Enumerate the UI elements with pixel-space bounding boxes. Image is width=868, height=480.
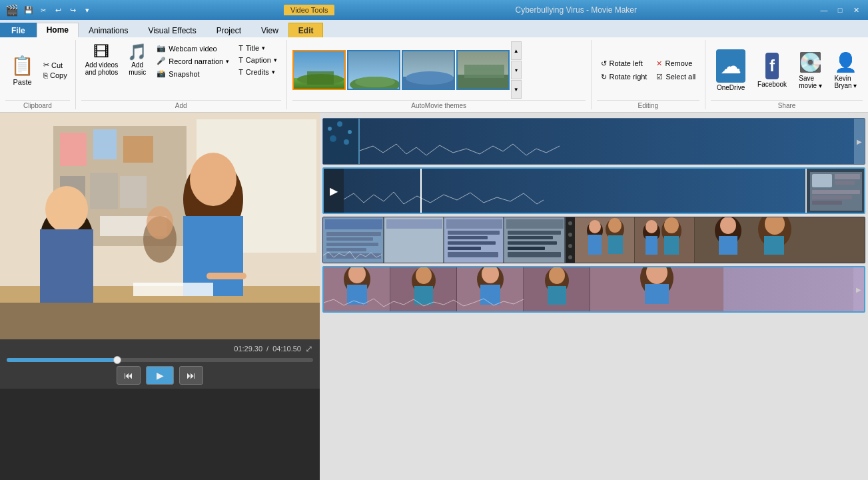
timeline-panel: ▶ ▶ [320, 113, 868, 480]
add-group: 🎞 Add videosand photos 🎵 Addmusic 📷 Webc… [76, 40, 287, 109]
select-all-icon: ☑ [656, 73, 663, 81]
track-2[interactable]: ▶ [322, 167, 865, 214]
rotate-right-button[interactable]: ↻ Rotate right [597, 71, 651, 83]
track-3-frame-1 [323, 217, 384, 263]
save-quick-btn[interactable]: 💾 [23, 4, 35, 16]
ribbon-content: 📋 Paste ✂ Cut ⎘ Copy Clipboard [0, 37, 868, 112]
credits-button[interactable]: T Credits ▾ [234, 67, 281, 77]
svg-rect-77 [508, 252, 561, 257]
select-all-button[interactable]: ☑ Select all [652, 71, 699, 83]
record-dropdown-icon: ▾ [226, 58, 229, 65]
track-4[interactable]: ▶ [322, 266, 865, 313]
track-3[interactable] [322, 217, 865, 263]
expand-icon[interactable]: ⤢ [305, 343, 313, 354]
app-icon: 🎬 [5, 4, 19, 17]
svg-rect-12 [464, 65, 504, 78]
step-back-button[interactable]: ⏮ [117, 366, 141, 385]
track-1-scroll-right[interactable]: ▶ [854, 119, 865, 164]
automovie-group: ▲ ▾ ▼ AutoMovie themes [287, 40, 592, 109]
tab-edit[interactable]: Edit [288, 23, 324, 37]
track-3-frame-1-wave [323, 249, 384, 261]
time-display: 01:29.30 / 04:10.50 ⤢ [7, 343, 313, 354]
title-icon: T [238, 44, 243, 52]
credits-dropdown-icon: ▾ [272, 69, 275, 75]
tab-view[interactable]: View [251, 23, 288, 37]
theme-scroll-up[interactable]: ▲ [511, 41, 522, 60]
user-button[interactable]: 👤 KevinBryan ▾ [829, 49, 863, 92]
svg-rect-59 [388, 231, 440, 235]
paste-button[interactable]: 📋 Paste [5, 52, 39, 89]
close-btn[interactable]: ✕ [849, 3, 863, 17]
svg-rect-114 [548, 286, 566, 305]
preview-video [0, 113, 320, 339]
track-4-scroll-right[interactable]: ▶ [853, 267, 864, 311]
theme-item-4[interactable] [456, 50, 510, 90]
copy-button[interactable]: ⎘ Copy [41, 71, 70, 80]
theme-4-svg [458, 51, 510, 90]
add-music-icon: 🎵 [127, 44, 147, 60]
theme-item-1[interactable] [292, 50, 346, 90]
minimize-btn[interactable]: — [817, 3, 831, 17]
webcam-button[interactable]: 📷 Webcam video [153, 43, 233, 54]
title-dropdown-icon: ▾ [262, 45, 265, 51]
cut-button[interactable]: ✂ Cut [41, 60, 70, 70]
tab-file[interactable]: File [0, 23, 37, 37]
tab-animations[interactable]: Animations [79, 23, 138, 37]
themes-strip-area: ▲ ▾ ▼ [292, 41, 586, 99]
copy-label: Copy [50, 71, 67, 79]
main-area: 01:29.30 / 04:10.50 ⤢ ⏮ ▶ ⏭ [0, 113, 868, 480]
tab-home[interactable]: Home [37, 23, 79, 37]
undo-quick-btn[interactable]: ↩ [52, 4, 64, 16]
add-small-buttons: 📷 Webcam video 🎤 Record narration ▾ 📸 Sn… [153, 41, 233, 81]
svg-point-83 [608, 218, 622, 233]
redo-quick-btn[interactable]: ↪ [67, 4, 79, 16]
time-total: 04:10.50 [272, 345, 301, 353]
track-1[interactable]: ▶ [322, 118, 865, 165]
video-tools-badge: Video Tools [284, 5, 334, 15]
track-2-waveform [344, 189, 544, 209]
record-narration-button[interactable]: 🎤 Record narration ▾ [153, 55, 233, 67]
add-music-button[interactable]: 🎵 Addmusic [123, 41, 151, 79]
copy-icon: ⎘ [43, 71, 48, 79]
rotate-left-label: Rotate left [610, 59, 643, 67]
tab-visual-effects[interactable]: Visual Effects [138, 23, 206, 37]
add-videos-button[interactable]: 🎞 Add videosand photos [81, 41, 123, 79]
scrubber-thumb[interactable] [113, 356, 121, 364]
onedrive-button[interactable]: ☁ OneDrive [711, 47, 751, 94]
caption-icon: T [238, 56, 243, 64]
dropdown-quick-btn[interactable]: ▾ [81, 4, 93, 16]
title-button[interactable]: T Title ▾ [234, 43, 281, 53]
facebook-button[interactable]: f Facebook [752, 50, 792, 91]
svg-rect-62 [388, 247, 424, 250]
theme-scroll-expand[interactable]: ▾ [511, 61, 522, 79]
caption-label: Caption [246, 56, 271, 64]
track-3-separator [566, 217, 575, 263]
track-3-frame-2 [384, 217, 444, 263]
maximize-btn[interactable]: □ [833, 3, 847, 17]
time-separator: / [266, 345, 268, 353]
remove-button[interactable]: ✕ Remove [652, 58, 699, 69]
step-forward-button[interactable]: ⏭ [179, 366, 203, 385]
play-button[interactable]: ▶ [146, 366, 174, 385]
scrubber-fill [7, 358, 117, 362]
theme-item-2[interactable] [347, 50, 400, 90]
svg-point-39 [348, 130, 352, 134]
save-movie-button[interactable]: 💽 Savemovie ▾ [793, 49, 827, 92]
svg-rect-44 [812, 174, 832, 187]
cut-quick-btn[interactable]: ✂ [37, 4, 49, 16]
scrubber[interactable] [7, 358, 313, 362]
caption-button[interactable]: T Caption ▾ [234, 55, 281, 65]
tab-project[interactable]: Project [207, 23, 251, 37]
theme-scroll-down[interactable]: ▼ [511, 80, 522, 99]
cut-icon: ✂ [43, 61, 49, 69]
user-label: KevinBryan ▾ [835, 75, 857, 89]
rotate-left-button[interactable]: ↺ Rotate left [597, 58, 651, 69]
credits-label: Credits [246, 68, 269, 76]
share-group-label: Share [711, 100, 863, 109]
snapshot-button[interactable]: 📸 Snapshot [153, 68, 233, 79]
svg-point-6 [355, 77, 395, 87]
track-3-frame-3 [444, 217, 504, 263]
theme-item-3[interactable] [402, 50, 455, 90]
track-4-frame-4-svg [524, 267, 590, 311]
track-4-frame-5 [590, 267, 723, 311]
